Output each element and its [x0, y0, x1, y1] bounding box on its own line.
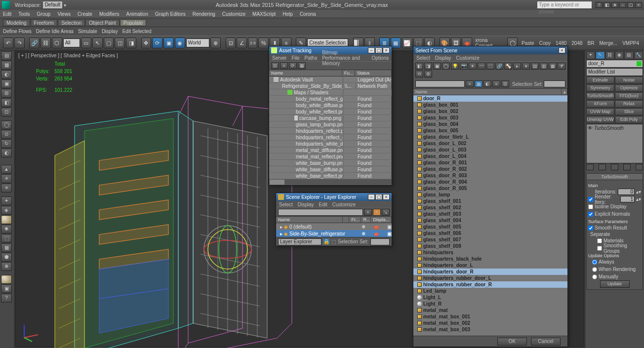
le-menu-item[interactable]: Display [298, 202, 314, 207]
left-tool-icon[interactable]: ▦ [1, 243, 12, 252]
collapse-icon[interactable]: ▾ [522, 63, 530, 70]
left-tool-icon[interactable]: ▲ [1, 165, 12, 174]
selection-set-dropdown[interactable] [544, 80, 565, 87]
angle-snap-toggle[interactable]: ∠ [237, 38, 247, 48]
left-tool-icon[interactable]: ● [1, 275, 12, 284]
tab-create[interactable]: ✦ [586, 51, 595, 59]
asset-row[interactable]: body_metal_reflect_glo...Found [269, 96, 392, 102]
refresh-icon[interactable]: ⟳ [289, 62, 297, 69]
scene-item[interactable]: glass_box_004 [413, 121, 567, 127]
filter-shape-icon[interactable]: ◯ [442, 63, 450, 70]
lock-icon[interactable]: 🔒 [323, 239, 329, 244]
ribbon-tool-display[interactable]: Display [102, 29, 118, 34]
undo-button[interactable]: ↶ [3, 38, 13, 48]
scene-item[interactable]: glass_lamp [413, 192, 567, 198]
freeze-icon[interactable]: ❄ [362, 231, 365, 236]
asset-row[interactable]: body_white_reflect.pngFound [269, 109, 392, 115]
menu-animation[interactable]: Animation [126, 11, 148, 17]
eye-icon[interactable]: 👁 [588, 125, 593, 131]
cancel-button[interactable]: Cancel [531, 338, 561, 346]
scene-item[interactable]: Light_L [413, 294, 567, 301]
menu-group[interactable]: Group [37, 11, 51, 17]
update-render-radio[interactable] [592, 267, 597, 272]
menu-modifiers[interactable]: Modifiers [99, 11, 120, 17]
scene-item[interactable]: glass_door_R_002 [413, 166, 567, 172]
display-icon[interactable]: ▣ [387, 224, 392, 230]
maximize-button[interactable]: ▢ [375, 194, 382, 200]
select-window-icon[interactable]: ◫ [115, 38, 125, 48]
scene-item[interactable]: metal_mat [413, 307, 567, 313]
scene-item[interactable]: glass_door_filetr_L [413, 134, 567, 140]
show-end-result-icon[interactable] [599, 164, 606, 170]
iterations-spinner[interactable]: 0 [618, 189, 635, 195]
close-button[interactable]: × [559, 47, 565, 53]
help-search-input[interactable]: Type a keyword or phrase [537, 1, 592, 8]
render-icon[interactable]: 🫖 [373, 231, 379, 236]
left-tool-icon[interactable]: ☀ [1, 174, 12, 183]
render-icon[interactable]: 🫖 [373, 224, 379, 230]
selection-set-dropdown[interactable] [370, 238, 390, 245]
asset-tracking-window[interactable]: Asset Tracking–▢× ServerFilePathsBitmap … [269, 46, 392, 186]
modifier-xform[interactable]: XForm [586, 100, 614, 108]
left-tool-icon[interactable]: ⊡ [1, 108, 12, 116]
sync-icon[interactable]: ⟲ [415, 71, 423, 77]
asset-row[interactable]: body_white_diffuse.pngFound [269, 102, 392, 109]
scene-item[interactable]: glass_shelf_008 [413, 243, 567, 249]
br-label[interactable]: BR [586, 40, 597, 46]
menu-views[interactable]: Views [57, 11, 71, 17]
le-menu-item[interactable]: Edit [319, 202, 327, 207]
asset-row[interactable]: white_base_diffuse.pngFound [269, 166, 392, 173]
scene-item[interactable]: hindquarters_rubber_door_L [413, 275, 567, 281]
asset-row[interactable]: carcase_bump.pngFound [269, 115, 392, 121]
at-menu-item[interactable]: Paths [305, 55, 318, 61]
close-button[interactable]: × [635, 2, 642, 8]
modifier-ffdbox[interactable]: FFD(box) [615, 92, 643, 100]
coordinate-system-dropdown[interactable]: World [186, 39, 209, 47]
materials-checkbox[interactable] [597, 238, 602, 243]
select-cursor-icon[interactable]: ↖ [92, 38, 103, 48]
select-invert-icon[interactable]: ▦ [549, 63, 557, 70]
scene-item[interactable]: hindquarters_black_hole [413, 256, 567, 262]
placement-button[interactable]: ◉ [175, 38, 185, 48]
sfs-menu-item[interactable]: Display [435, 55, 451, 61]
render-iters-checkbox[interactable] [588, 197, 593, 202]
menu-maxscript[interactable]: MAXScript [252, 11, 276, 17]
scene-item[interactable]: glass_box_003 [413, 115, 567, 121]
asset-row[interactable]: metal_mat_diffuse.pngFound [269, 147, 392, 154]
left-tool-icon[interactable]: ⊙ [1, 130, 12, 139]
vmpp4-label[interactable]: VMPP4 [620, 40, 641, 46]
left-tool-icon[interactable]: ⊞ [1, 89, 12, 98]
snap-toggle[interactable]: ⊡ [226, 38, 236, 48]
ribbon-tool-define-idle-areas[interactable]: Define Idle Areas [36, 29, 74, 34]
left-tool-icon[interactable]: ▤ [1, 51, 12, 60]
left-tool-icon[interactable]: ◈ [1, 206, 12, 215]
ribbon-tab-populate[interactable]: Populate [120, 19, 146, 26]
scrollbar-thumb[interactable] [270, 180, 284, 185]
left-tool-icon[interactable]: ● [1, 215, 12, 224]
asset-row[interactable]: hindquarters_white_dif...Found [269, 141, 392, 147]
ribbon-tab-modeling[interactable]: Modeling [3, 19, 30, 26]
scene-item[interactable]: metal_mat_box_001 [413, 313, 567, 320]
scene-search-input[interactable] [415, 80, 465, 87]
rotate-button[interactable]: ⟳ [152, 38, 162, 48]
scene-item[interactable]: glass_door_R_001 [413, 159, 567, 166]
asset-row[interactable]: white_base_bump.pngFound [269, 160, 392, 166]
scene-item[interactable]: glass_door_L_002 [413, 140, 567, 147]
update-button[interactable]: Update [600, 280, 630, 288]
explicit-normals-checkbox[interactable] [588, 212, 593, 217]
menu-rendering[interactable]: Rendering [193, 11, 215, 17]
list-mode-icon[interactable]: ≡ [492, 80, 500, 87]
isoline-checkbox[interactable] [588, 204, 593, 209]
scene-item[interactable]: glass_door_L_004 [413, 153, 567, 159]
scene-item[interactable]: door_R [413, 95, 567, 102]
ribbon-tab-object-paint[interactable]: Object Paint [85, 19, 119, 26]
modifier-optimize[interactable]: Optimize [615, 84, 643, 92]
modifier-turbosmooth[interactable]: TurboSmooth [586, 92, 614, 100]
asset-row[interactable]: metal_mat_reflect.pngFound [269, 154, 392, 160]
asset-row[interactable]: Autodesk VaultLogged Out (Asset T [269, 77, 392, 83]
hierarchy-mode-icon[interactable]: ⊟ [501, 80, 509, 87]
scene-item[interactable]: glass_shelf_007 [413, 236, 567, 243]
ribbon-tab-freeform[interactable]: Freeform [31, 19, 58, 26]
layer-explorer-window[interactable]: Scene Explorer - Layer Explorer–▢× Selec… [276, 193, 392, 246]
asset-row[interactable]: Refrigerator_Side_By_Side_G...\\...Netwo… [269, 83, 392, 89]
